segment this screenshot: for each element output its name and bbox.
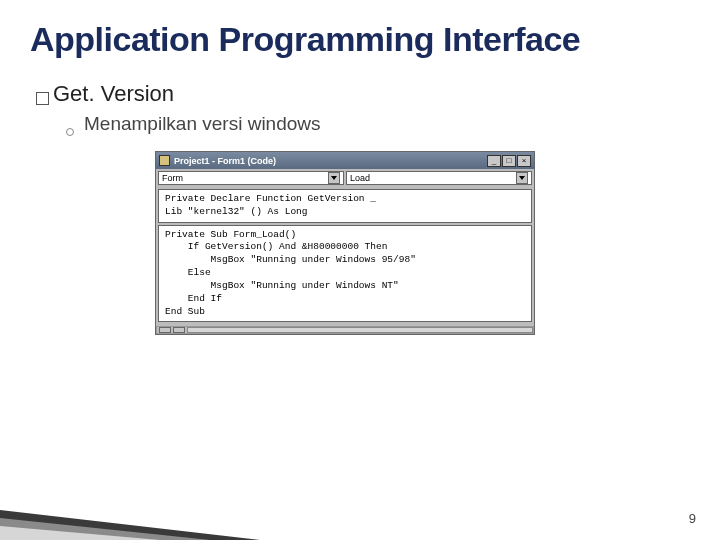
object-dropdown-value: Form: [162, 173, 328, 183]
bottom-scrollbar[interactable]: [156, 326, 534, 334]
bullet-level-2: Menampilkan versi windows: [66, 113, 690, 135]
horizontal-scroll-track[interactable]: [187, 327, 533, 333]
circle-bullet-icon: [66, 128, 74, 136]
object-dropdown[interactable]: Form: [158, 171, 344, 185]
code-area: Private Declare Function GetVersion _ Li…: [156, 187, 534, 326]
declarations-block: Private Declare Function GetVersion _ Li…: [158, 189, 532, 223]
object-proc-selectors: Form Load: [156, 169, 534, 187]
titlebar: Project1 - Form1 (Code) _ □ ×: [156, 152, 534, 169]
bullet2-text: Menampilkan versi windows: [84, 113, 321, 135]
code-window: Project1 - Form1 (Code) _ □ × Form Load: [155, 151, 535, 335]
bullet-level-1: Get. Version: [36, 81, 690, 107]
window-title: Project1 - Form1 (Code): [174, 156, 487, 166]
window-controls: _ □ ×: [487, 155, 531, 167]
page-number: 9: [689, 511, 696, 526]
chevron-down-icon: [328, 172, 340, 184]
chevron-down-icon: [516, 172, 528, 184]
sub-block: Private Sub Form_Load() If GetVersion() …: [158, 225, 532, 323]
view-toggle-icon[interactable]: [159, 327, 171, 333]
procedure-dropdown[interactable]: Load: [346, 171, 532, 185]
decorative-wedge-icon: [0, 480, 260, 540]
bullet1-text: Get. Version: [53, 81, 174, 107]
square-bullet-icon: [36, 92, 49, 105]
minimize-button[interactable]: _: [487, 155, 501, 167]
view-toggle-icon[interactable]: [173, 327, 185, 333]
form-icon: [159, 155, 170, 166]
slide-title: Application Programming Interface: [30, 20, 690, 59]
close-button[interactable]: ×: [517, 155, 531, 167]
maximize-button[interactable]: □: [502, 155, 516, 167]
procedure-dropdown-value: Load: [350, 173, 516, 183]
